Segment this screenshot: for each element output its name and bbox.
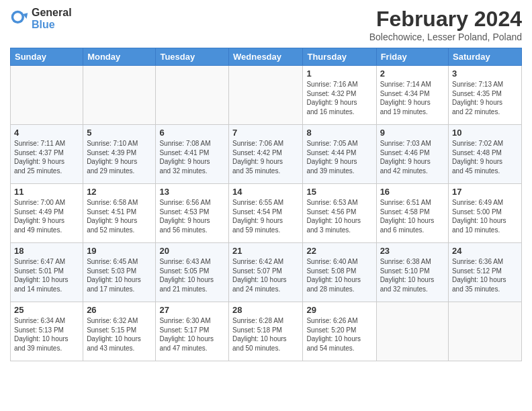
day-number: 22 — [306, 246, 372, 256]
day-info: Sunrise: 6:30 AM Sunset: 5:17 PM Dayligh… — [159, 316, 225, 353]
day-cell: 12Sunrise: 6:58 AM Sunset: 4:51 PM Dayli… — [83, 184, 156, 243]
day-cell: 2Sunrise: 7:14 AM Sunset: 4:34 PM Daylig… — [376, 66, 448, 125]
day-cell: 20Sunrise: 6:43 AM Sunset: 5:05 PM Dayli… — [156, 243, 229, 302]
weekday-header-saturday: Saturday — [449, 48, 522, 66]
header: General Blue February 2024 Bolechowice, … — [10, 7, 522, 42]
day-cell — [449, 302, 522, 361]
week-row-0: 1Sunrise: 7:16 AM Sunset: 4:32 PM Daylig… — [11, 66, 522, 125]
day-cell: 18Sunrise: 6:47 AM Sunset: 5:01 PM Dayli… — [11, 243, 83, 302]
day-cell: 24Sunrise: 6:36 AM Sunset: 5:12 PM Dayli… — [449, 243, 522, 302]
day-cell — [229, 66, 303, 125]
day-cell: 16Sunrise: 6:51 AM Sunset: 4:58 PM Dayli… — [376, 184, 448, 243]
day-info: Sunrise: 7:00 AM Sunset: 4:49 PM Dayligh… — [14, 198, 79, 234]
day-info: Sunrise: 6:36 AM Sunset: 5:12 PM Dayligh… — [452, 257, 518, 293]
day-number: 18 — [14, 246, 79, 256]
week-row-4: 25Sunrise: 6:34 AM Sunset: 5:13 PM Dayli… — [11, 302, 522, 361]
day-number: 2 — [380, 68, 445, 79]
day-number: 24 — [452, 246, 518, 256]
day-number: 7 — [232, 128, 299, 138]
day-cell: 4Sunrise: 7:11 AM Sunset: 4:37 PM Daylig… — [11, 125, 83, 184]
day-info: Sunrise: 7:03 AM Sunset: 4:46 PM Dayligh… — [380, 139, 445, 175]
day-number: 29 — [306, 305, 372, 315]
day-info: Sunrise: 6:53 AM Sunset: 4:56 PM Dayligh… — [306, 198, 372, 234]
day-info: Sunrise: 6:58 AM Sunset: 4:51 PM Dayligh… — [87, 198, 152, 234]
day-info: Sunrise: 7:05 AM Sunset: 4:44 PM Dayligh… — [306, 139, 372, 175]
weekday-header-tuesday: Tuesday — [156, 48, 229, 66]
week-row-2: 11Sunrise: 7:00 AM Sunset: 4:49 PM Dayli… — [11, 184, 522, 243]
day-cell — [376, 302, 448, 361]
day-cell: 5Sunrise: 7:10 AM Sunset: 4:39 PM Daylig… — [83, 125, 156, 184]
day-info: Sunrise: 6:26 AM Sunset: 5:20 PM Dayligh… — [306, 316, 372, 353]
day-number: 26 — [87, 305, 152, 315]
day-number: 20 — [159, 246, 225, 256]
day-number: 21 — [232, 246, 299, 256]
day-cell: 13Sunrise: 6:56 AM Sunset: 4:53 PM Dayli… — [156, 184, 229, 243]
day-info: Sunrise: 7:13 AM Sunset: 4:35 PM Dayligh… — [452, 80, 518, 116]
day-number: 9 — [380, 128, 445, 138]
weekday-header-friday: Friday — [376, 48, 448, 66]
day-number: 10 — [452, 128, 518, 138]
day-number: 11 — [14, 187, 79, 197]
day-cell — [11, 66, 83, 125]
day-cell — [156, 66, 229, 125]
calendar-header: SundayMondayTuesdayWednesdayThursdayFrid… — [11, 48, 522, 66]
day-number: 1 — [306, 68, 372, 79]
day-info: Sunrise: 6:55 AM Sunset: 4:54 PM Dayligh… — [232, 198, 299, 234]
day-info: Sunrise: 6:42 AM Sunset: 5:07 PM Dayligh… — [232, 257, 299, 293]
day-info: Sunrise: 6:38 AM Sunset: 5:10 PM Dayligh… — [380, 257, 445, 293]
day-number: 15 — [306, 187, 372, 197]
week-row-1: 4Sunrise: 7:11 AM Sunset: 4:37 PM Daylig… — [11, 125, 522, 184]
weekday-header-thursday: Thursday — [303, 48, 376, 66]
day-info: Sunrise: 6:45 AM Sunset: 5:03 PM Dayligh… — [87, 257, 152, 293]
day-cell: 23Sunrise: 6:38 AM Sunset: 5:10 PM Dayli… — [376, 243, 448, 302]
day-number: 16 — [380, 187, 445, 197]
day-info: Sunrise: 6:51 AM Sunset: 4:58 PM Dayligh… — [380, 198, 445, 234]
logo: General Blue — [10, 7, 72, 30]
day-cell: 14Sunrise: 6:55 AM Sunset: 4:54 PM Dayli… — [229, 184, 303, 243]
day-info: Sunrise: 7:02 AM Sunset: 4:48 PM Dayligh… — [452, 139, 518, 175]
logo-text: General Blue — [32, 7, 72, 30]
day-info: Sunrise: 6:34 AM Sunset: 5:13 PM Dayligh… — [14, 316, 79, 353]
weekday-header-sunday: Sunday — [11, 48, 83, 66]
day-info: Sunrise: 7:16 AM Sunset: 4:32 PM Dayligh… — [306, 80, 372, 116]
title-block: February 2024 Bolechowice, Lesser Poland… — [369, 7, 522, 42]
day-number: 19 — [87, 246, 152, 256]
day-cell: 27Sunrise: 6:30 AM Sunset: 5:17 PM Dayli… — [156, 302, 229, 361]
day-cell: 26Sunrise: 6:32 AM Sunset: 5:15 PM Dayli… — [83, 302, 156, 361]
day-number: 12 — [87, 187, 152, 197]
day-info: Sunrise: 7:11 AM Sunset: 4:37 PM Dayligh… — [14, 139, 79, 175]
day-cell: 8Sunrise: 7:05 AM Sunset: 4:44 PM Daylig… — [303, 125, 376, 184]
day-number: 6 — [159, 128, 225, 138]
weekday-header-wednesday: Wednesday — [229, 48, 303, 66]
weekday-header-monday: Monday — [83, 48, 156, 66]
day-number: 17 — [452, 187, 518, 197]
day-cell: 19Sunrise: 6:45 AM Sunset: 5:03 PM Dayli… — [83, 243, 156, 302]
day-cell: 15Sunrise: 6:53 AM Sunset: 4:56 PM Dayli… — [303, 184, 376, 243]
day-cell: 21Sunrise: 6:42 AM Sunset: 5:07 PM Dayli… — [229, 243, 303, 302]
day-cell — [83, 66, 156, 125]
day-cell: 3Sunrise: 7:13 AM Sunset: 4:35 PM Daylig… — [449, 66, 522, 125]
day-info: Sunrise: 6:43 AM Sunset: 5:05 PM Dayligh… — [159, 257, 225, 293]
day-info: Sunrise: 6:28 AM Sunset: 5:18 PM Dayligh… — [232, 316, 299, 353]
day-number: 4 — [14, 128, 79, 138]
calendar-body: 1Sunrise: 7:16 AM Sunset: 4:32 PM Daylig… — [11, 66, 522, 361]
day-number: 14 — [232, 187, 299, 197]
main-title: February 2024 — [369, 7, 522, 32]
day-cell: 17Sunrise: 6:49 AM Sunset: 5:00 PM Dayli… — [449, 184, 522, 243]
logo-blue-text: Blue — [32, 19, 72, 31]
day-number: 3 — [452, 68, 518, 79]
day-cell: 25Sunrise: 6:34 AM Sunset: 5:13 PM Dayli… — [11, 302, 83, 361]
day-info: Sunrise: 6:40 AM Sunset: 5:08 PM Dayligh… — [306, 257, 372, 293]
day-cell: 10Sunrise: 7:02 AM Sunset: 4:48 PM Dayli… — [449, 125, 522, 184]
day-cell: 6Sunrise: 7:08 AM Sunset: 4:41 PM Daylig… — [156, 125, 229, 184]
day-cell: 9Sunrise: 7:03 AM Sunset: 4:46 PM Daylig… — [376, 125, 448, 184]
weekday-header-row: SundayMondayTuesdayWednesdayThursdayFrid… — [11, 48, 522, 66]
day-info: Sunrise: 6:47 AM Sunset: 5:01 PM Dayligh… — [14, 257, 79, 293]
day-cell: 28Sunrise: 6:28 AM Sunset: 5:18 PM Dayli… — [229, 302, 303, 361]
subtitle: Bolechowice, Lesser Poland, Poland — [369, 32, 522, 42]
day-info: Sunrise: 7:10 AM Sunset: 4:39 PM Dayligh… — [87, 139, 152, 175]
day-number: 8 — [306, 128, 372, 138]
day-info: Sunrise: 7:06 AM Sunset: 4:42 PM Dayligh… — [232, 139, 299, 175]
day-info: Sunrise: 6:49 AM Sunset: 5:00 PM Dayligh… — [452, 198, 518, 234]
day-cell: 29Sunrise: 6:26 AM Sunset: 5:20 PM Dayli… — [303, 302, 376, 361]
